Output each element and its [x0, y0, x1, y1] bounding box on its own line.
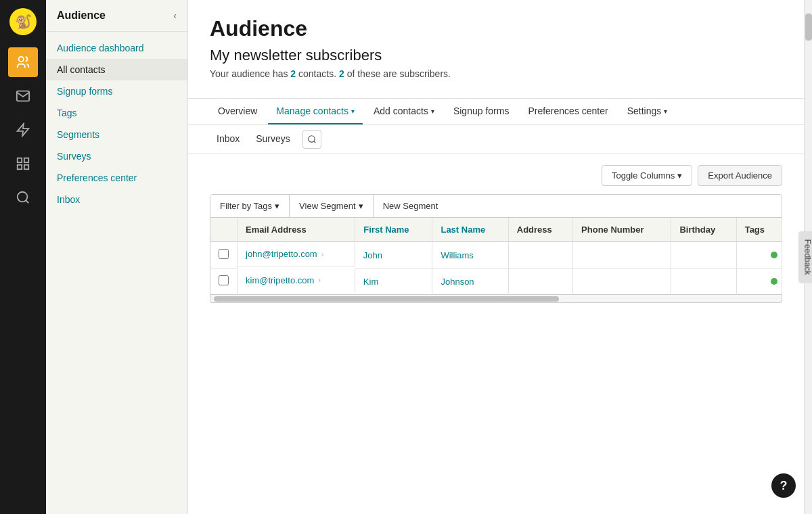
table-row: john@tripetto.com › John Williams	[210, 242, 782, 268]
row-email-1: john@tripetto.com ›	[238, 242, 355, 266]
view-segment-button[interactable]: View Segment ▾	[290, 195, 374, 217]
audience-name: My newsletter subscribers	[210, 47, 782, 64]
row-checkbox-cell-2[interactable]	[210, 268, 238, 295]
table-header: Email Address First Name Last Name Addre…	[210, 218, 782, 242]
row-last-name-2: Johnson	[432, 268, 508, 295]
header-checkbox-cell	[210, 218, 238, 242]
tab-add-contacts[interactable]: Add contacts ▾	[365, 99, 443, 124]
add-contacts-chevron: ▾	[431, 108, 434, 115]
header-address: Address	[508, 218, 572, 242]
row-birthday-1	[671, 242, 736, 268]
tab-manage-contacts[interactable]: Manage contacts ▾	[268, 99, 363, 124]
sidebar-item-segments[interactable]: Segments	[46, 124, 187, 145]
row-expand-icon-2[interactable]: ›	[318, 276, 321, 284]
header-tags: Tags	[736, 218, 782, 242]
svg-rect-5	[24, 158, 28, 162]
row-last-name-1: Williams	[432, 242, 508, 268]
tab-preferences-center[interactable]: Preferences center	[520, 99, 616, 124]
rail-icon-analytics[interactable]	[8, 149, 38, 179]
stats-count1: 2	[290, 68, 296, 79]
audience-stats: Your audience has 2 contacts. 2 of these…	[210, 68, 782, 79]
subscriber-dot-1	[771, 252, 777, 258]
subscriber-dot-2	[771, 278, 777, 285]
filter-bar: Filter by Tags ▾ View Segment ▾ New Segm…	[210, 194, 782, 218]
main-content: Audience My newsletter subscribers Your …	[188, 0, 804, 514]
row-phone-1	[573, 242, 671, 268]
row-address-1	[508, 242, 572, 268]
settings-chevron: ▾	[664, 108, 667, 115]
sidebar-item-inbox[interactable]: Inbox	[46, 189, 187, 210]
header-email: Email Address	[238, 218, 355, 242]
row-checkbox-1[interactable]	[219, 249, 229, 259]
svg-rect-7	[24, 165, 28, 169]
row-first-name-2: Kim	[355, 268, 432, 295]
svg-point-2	[19, 57, 24, 62]
email-link-2[interactable]: kim@tripetto.com	[246, 275, 314, 285]
sub-nav: Inbox Surveys	[188, 125, 804, 154]
rail-icon-audience[interactable]	[8, 47, 38, 77]
vertical-scrollbar-thumb[interactable]	[805, 14, 812, 41]
table-row: kim@tripetto.com › Kim Johnson	[210, 268, 782, 295]
contacts-table: Email Address First Name Last Name Addre…	[210, 218, 782, 295]
manage-contacts-chevron: ▾	[351, 108, 355, 115]
view-segment-chevron-icon: ▾	[359, 201, 363, 211]
row-email-2: kim@tripetto.com ›	[238, 268, 355, 292]
sub-nav-inbox[interactable]: Inbox	[210, 129, 246, 149]
export-audience-button[interactable]: Export Audience	[698, 165, 782, 186]
sidebar-item-audience-dashboard[interactable]: Audience dashboard	[46, 37, 187, 59]
row-phone-2	[573, 268, 671, 295]
sidebar-item-tags[interactable]: Tags	[46, 102, 187, 124]
svg-point-8	[18, 192, 28, 202]
row-tags-2	[736, 268, 782, 295]
stats-prefix: Your audience has	[210, 68, 290, 79]
page-title: Audience	[210, 16, 782, 41]
sub-nav-surveys[interactable]: Surveys	[249, 129, 297, 149]
svg-line-9	[26, 200, 28, 203]
nav-tabs: Overview Manage contacts ▾ Add contacts …	[188, 99, 804, 125]
row-checkbox-2[interactable]	[219, 275, 229, 285]
row-expand-icon-1[interactable]: ›	[321, 250, 324, 258]
new-segment-button[interactable]: New Segment	[374, 195, 448, 217]
svg-rect-6	[18, 165, 22, 169]
table-area: Toggle Columns ▾ Export Audience Filter …	[188, 154, 804, 514]
table-scroll-container[interactable]: Email Address First Name Last Name Addre…	[210, 218, 782, 295]
stats-count2: 2	[339, 68, 344, 79]
rail-icon-automation[interactable]	[8, 115, 38, 145]
tab-settings[interactable]: Settings ▾	[619, 99, 676, 124]
feedback-tab[interactable]: Feedback	[799, 231, 812, 283]
sidebar-item-preferences-center[interactable]: Preferences center	[46, 167, 187, 189]
sidebar-header: Audience ‹	[46, 0, 187, 32]
scrollbar-thumb[interactable]	[214, 296, 559, 302]
sidebar-title: Audience	[57, 9, 106, 22]
row-first-name-1: John	[355, 242, 432, 268]
help-button[interactable]: ?	[771, 473, 796, 498]
sidebar-item-signup-forms[interactable]: Signup forms	[46, 80, 187, 102]
rail-icon-search[interactable]	[8, 183, 38, 212]
sidebar-collapse-button[interactable]: ‹	[173, 10, 177, 21]
row-birthday-2	[671, 268, 736, 295]
svg-text:🐒: 🐒	[15, 14, 32, 30]
mailchimp-logo[interactable]: 🐒	[8, 7, 38, 37]
rail-icon-campaigns[interactable]	[8, 81, 38, 111]
icon-rail: 🐒	[0, 0, 46, 514]
header-last-name[interactable]: Last Name	[432, 218, 508, 242]
horizontal-scrollbar[interactable]	[210, 295, 782, 303]
tab-signup-forms[interactable]: Signup forms	[445, 99, 517, 124]
svg-marker-3	[18, 124, 29, 136]
filter-tags-chevron-icon: ▾	[275, 201, 279, 211]
filter-by-tags-button[interactable]: Filter by Tags ▾	[210, 195, 290, 217]
header-first-name[interactable]: First Name	[355, 218, 432, 242]
tab-overview[interactable]: Overview	[210, 99, 265, 124]
sidebar-item-surveys[interactable]: Surveys	[46, 145, 187, 167]
svg-line-11	[314, 141, 316, 143]
row-checkbox-cell-1[interactable]	[210, 242, 238, 268]
email-link-1[interactable]: john@tripetto.com	[246, 249, 317, 259]
svg-point-10	[309, 136, 315, 142]
header-birthday: Birthday	[671, 218, 736, 242]
main-header: Audience My newsletter subscribers Your …	[188, 0, 804, 99]
search-button[interactable]	[302, 130, 321, 149]
sidebar-item-all-contacts[interactable]: All contacts	[46, 59, 187, 80]
toggle-columns-button[interactable]: Toggle Columns ▾	[602, 165, 692, 186]
sidebar-nav: Audience dashboard All contacts Signup f…	[46, 32, 187, 216]
scrollbar-track	[210, 296, 782, 302]
